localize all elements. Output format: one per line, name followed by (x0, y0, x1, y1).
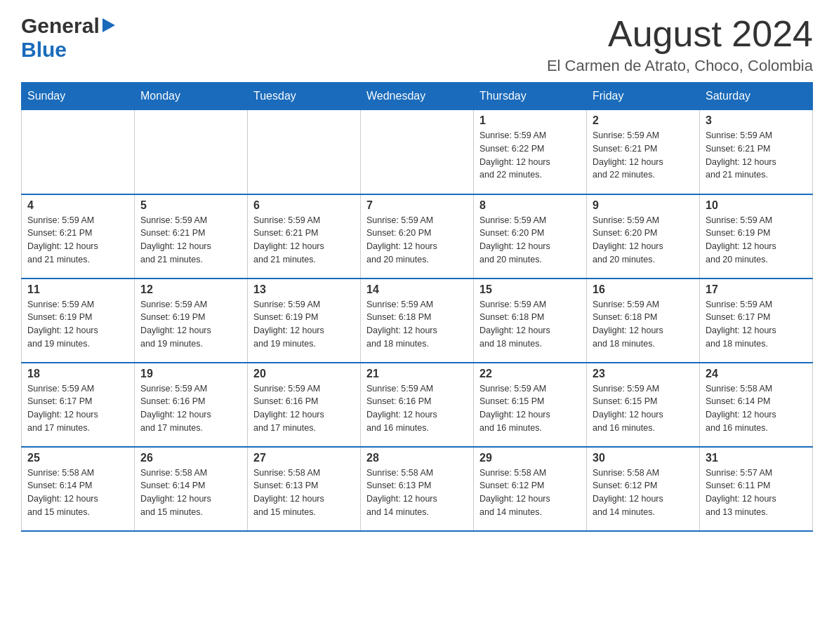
calendar-cell: 30Sunrise: 5:58 AM Sunset: 6:12 PM Dayli… (587, 447, 700, 531)
calendar-cell: 8Sunrise: 5:59 AM Sunset: 6:20 PM Daylig… (474, 194, 587, 279)
day-info: Sunrise: 5:59 AM Sunset: 6:18 PM Dayligh… (593, 298, 694, 351)
calendar-cell: 13Sunrise: 5:59 AM Sunset: 6:19 PM Dayli… (248, 279, 361, 363)
page-header: General Blue August 2024 El Carmen de At… (21, 14, 813, 75)
day-number: 29 (479, 452, 581, 464)
day-number: 6 (253, 199, 355, 212)
day-number: 21 (366, 368, 468, 380)
day-info: Sunrise: 5:59 AM Sunset: 6:16 PM Dayligh… (253, 382, 355, 435)
calendar-header-row: SundayMondayTuesdayWednesdayThursdayFrid… (22, 83, 813, 110)
day-number: 1 (479, 114, 581, 127)
calendar-cell: 5Sunrise: 5:59 AM Sunset: 6:21 PM Daylig… (135, 194, 248, 279)
calendar-cell: 18Sunrise: 5:59 AM Sunset: 6:17 PM Dayli… (22, 363, 135, 447)
day-info: Sunrise: 5:59 AM Sunset: 6:19 PM Dayligh… (27, 298, 128, 351)
page-subtitle: El Carmen de Atrato, Choco, Colombia (547, 57, 813, 75)
calendar-cell: 12Sunrise: 5:59 AM Sunset: 6:19 PM Dayli… (135, 279, 248, 363)
day-info: Sunrise: 5:59 AM Sunset: 6:17 PM Dayligh… (706, 298, 807, 351)
day-info: Sunrise: 5:59 AM Sunset: 6:19 PM Dayligh… (140, 298, 241, 351)
calendar-cell: 11Sunrise: 5:59 AM Sunset: 6:19 PM Dayli… (22, 279, 135, 363)
day-info: Sunrise: 5:57 AM Sunset: 6:11 PM Dayligh… (706, 467, 807, 519)
day-number: 8 (479, 199, 581, 212)
day-number: 14 (366, 283, 468, 296)
weekday-header-thursday: Thursday (474, 83, 587, 110)
day-info: Sunrise: 5:59 AM Sunset: 6:20 PM Dayligh… (479, 214, 581, 267)
day-info: Sunrise: 5:59 AM Sunset: 6:21 PM Dayligh… (593, 129, 694, 182)
calendar-cell: 15Sunrise: 5:59 AM Sunset: 6:18 PM Dayli… (474, 279, 587, 363)
calendar-cell: 10Sunrise: 5:59 AM Sunset: 6:19 PM Dayli… (700, 194, 813, 279)
day-number: 27 (253, 452, 355, 464)
calendar-cell: 4Sunrise: 5:59 AM Sunset: 6:21 PM Daylig… (22, 194, 135, 279)
calendar-week-1: 1Sunrise: 5:59 AM Sunset: 6:22 PM Daylig… (22, 110, 813, 194)
day-info: Sunrise: 5:59 AM Sunset: 6:22 PM Dayligh… (479, 129, 581, 182)
day-number: 16 (593, 283, 694, 296)
calendar-cell: 22Sunrise: 5:59 AM Sunset: 6:15 PM Dayli… (474, 363, 587, 447)
calendar-cell: 1Sunrise: 5:59 AM Sunset: 6:22 PM Daylig… (474, 110, 587, 194)
calendar-cell: 24Sunrise: 5:58 AM Sunset: 6:14 PM Dayli… (700, 363, 813, 447)
day-info: Sunrise: 5:59 AM Sunset: 6:18 PM Dayligh… (366, 298, 468, 351)
day-number: 30 (593, 452, 694, 464)
day-number: 4 (27, 199, 128, 212)
day-number: 24 (706, 368, 807, 380)
calendar-cell: 17Sunrise: 5:59 AM Sunset: 6:17 PM Dayli… (700, 279, 813, 363)
day-number: 22 (479, 368, 581, 380)
calendar-cell: 14Sunrise: 5:59 AM Sunset: 6:18 PM Dayli… (361, 279, 474, 363)
calendar-cell (22, 110, 135, 194)
calendar-cell: 25Sunrise: 5:58 AM Sunset: 6:14 PM Dayli… (22, 447, 135, 531)
day-number: 18 (27, 368, 128, 380)
logo-triangle-icon (102, 18, 115, 35)
day-number: 17 (706, 283, 807, 296)
day-number: 2 (593, 114, 694, 127)
day-info: Sunrise: 5:59 AM Sunset: 6:15 PM Dayligh… (479, 382, 581, 435)
logo-general-text: General (21, 14, 100, 38)
logo-blue-text: Blue (21, 38, 67, 61)
day-info: Sunrise: 5:59 AM Sunset: 6:16 PM Dayligh… (140, 382, 241, 435)
day-number: 28 (366, 452, 468, 464)
calendar-cell: 28Sunrise: 5:58 AM Sunset: 6:13 PM Dayli… (361, 447, 474, 531)
day-number: 10 (706, 199, 807, 212)
day-info: Sunrise: 5:58 AM Sunset: 6:14 PM Dayligh… (706, 382, 807, 435)
weekday-header-monday: Monday (135, 83, 248, 110)
day-info: Sunrise: 5:59 AM Sunset: 6:21 PM Dayligh… (27, 214, 128, 267)
day-info: Sunrise: 5:59 AM Sunset: 6:19 PM Dayligh… (706, 214, 807, 267)
day-number: 11 (27, 283, 128, 296)
calendar-cell: 6Sunrise: 5:59 AM Sunset: 6:21 PM Daylig… (248, 194, 361, 279)
calendar-cell: 19Sunrise: 5:59 AM Sunset: 6:16 PM Dayli… (135, 363, 248, 447)
calendar-cell: 16Sunrise: 5:59 AM Sunset: 6:18 PM Dayli… (587, 279, 700, 363)
calendar-cell: 3Sunrise: 5:59 AM Sunset: 6:21 PM Daylig… (700, 110, 813, 194)
day-number: 9 (593, 199, 694, 212)
calendar-cell: 23Sunrise: 5:59 AM Sunset: 6:15 PM Dayli… (587, 363, 700, 447)
day-number: 3 (706, 114, 807, 127)
day-number: 15 (479, 283, 581, 296)
calendar-cell: 7Sunrise: 5:59 AM Sunset: 6:20 PM Daylig… (361, 194, 474, 279)
calendar-cell: 9Sunrise: 5:59 AM Sunset: 6:20 PM Daylig… (587, 194, 700, 279)
calendar-cell: 2Sunrise: 5:59 AM Sunset: 6:21 PM Daylig… (587, 110, 700, 194)
day-info: Sunrise: 5:59 AM Sunset: 6:18 PM Dayligh… (479, 298, 581, 351)
weekday-header-tuesday: Tuesday (248, 83, 361, 110)
day-info: Sunrise: 5:59 AM Sunset: 6:21 PM Dayligh… (706, 129, 807, 182)
weekday-header-sunday: Sunday (22, 83, 135, 110)
day-info: Sunrise: 5:59 AM Sunset: 6:20 PM Dayligh… (593, 214, 694, 267)
day-number: 31 (706, 452, 807, 464)
day-info: Sunrise: 5:58 AM Sunset: 6:14 PM Dayligh… (27, 467, 128, 519)
day-info: Sunrise: 5:58 AM Sunset: 6:13 PM Dayligh… (253, 467, 355, 519)
title-block: August 2024 El Carmen de Atrato, Choco, … (547, 14, 813, 75)
calendar-cell (135, 110, 248, 194)
logo: General Blue (21, 14, 115, 62)
calendar-week-3: 11Sunrise: 5:59 AM Sunset: 6:19 PM Dayli… (22, 279, 813, 363)
day-number: 26 (140, 452, 241, 464)
day-info: Sunrise: 5:58 AM Sunset: 6:12 PM Dayligh… (593, 467, 694, 519)
day-info: Sunrise: 5:59 AM Sunset: 6:16 PM Dayligh… (366, 382, 468, 435)
calendar-cell: 26Sunrise: 5:58 AM Sunset: 6:14 PM Dayli… (135, 447, 248, 531)
calendar-cell: 29Sunrise: 5:58 AM Sunset: 6:12 PM Dayli… (474, 447, 587, 531)
day-number: 13 (253, 283, 355, 296)
weekday-header-saturday: Saturday (700, 83, 813, 110)
calendar-cell: 21Sunrise: 5:59 AM Sunset: 6:16 PM Dayli… (361, 363, 474, 447)
weekday-header-friday: Friday (587, 83, 700, 110)
day-number: 5 (140, 199, 241, 212)
day-info: Sunrise: 5:59 AM Sunset: 6:20 PM Dayligh… (366, 214, 468, 267)
day-info: Sunrise: 5:58 AM Sunset: 6:12 PM Dayligh… (479, 467, 581, 519)
svg-marker-0 (102, 18, 115, 32)
day-info: Sunrise: 5:58 AM Sunset: 6:14 PM Dayligh… (140, 467, 241, 519)
weekday-header-wednesday: Wednesday (361, 83, 474, 110)
calendar-week-5: 25Sunrise: 5:58 AM Sunset: 6:14 PM Dayli… (22, 447, 813, 531)
day-info: Sunrise: 5:59 AM Sunset: 6:19 PM Dayligh… (253, 298, 355, 351)
